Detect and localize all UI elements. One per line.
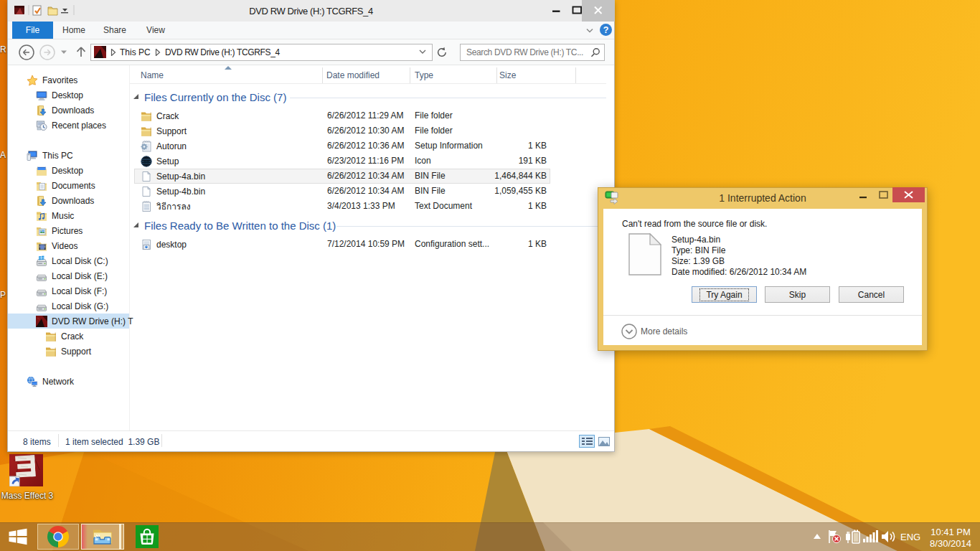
svg-text:?: ? <box>603 25 609 35</box>
